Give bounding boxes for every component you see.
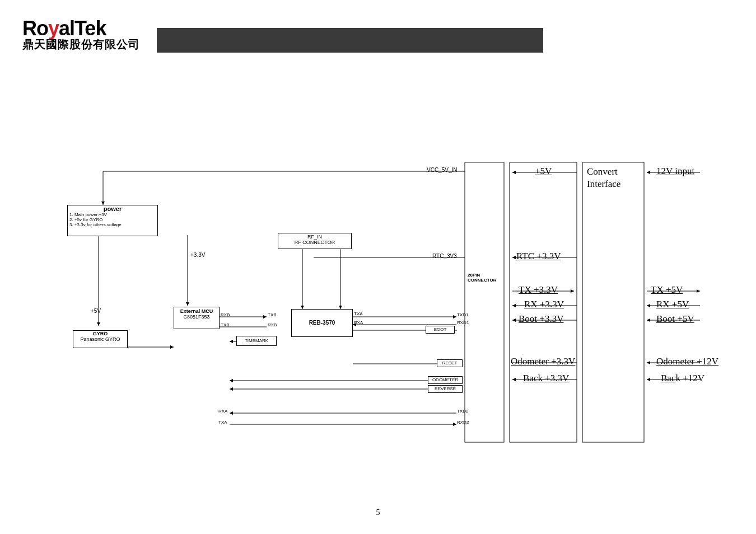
reb-block: REB-3570 (291, 309, 353, 337)
ext-odo12: Odometer +12V (656, 356, 718, 367)
lbl-txa2: TXA (218, 420, 227, 425)
lbl-rxb-r: RXB (268, 322, 277, 327)
logo-text-end: alTek (59, 17, 106, 40)
ext-mcu-sub: C8051F353 (174, 314, 219, 320)
power-line1: 1. Main power:+5V (68, 212, 157, 217)
ext-boot5v: Boot +5V (656, 313, 694, 325)
power-title: power (68, 205, 157, 212)
lbl-rtc3v3: RTC_3V3 (432, 253, 457, 259)
lbl-20pin: 20PIN CONNECTOR (468, 273, 496, 283)
block-diagram: power 1. Main power:+5V 2. +5v for GYRO … (56, 162, 717, 459)
lbl-boot: BOOT (426, 326, 455, 334)
lbl-txb-l: TXB (221, 322, 230, 327)
lbl-rxb-l: RXB (221, 312, 230, 317)
rf-line2: RF CONNECTOR (278, 240, 351, 245)
convert-label: Convert Interface (587, 166, 620, 190)
lbl-rxd1: RXD1 (457, 320, 469, 325)
lbl-txb-r: TXB (268, 312, 277, 317)
lbl-txd2: TXD2 (457, 409, 468, 414)
gyro-sub: Panasonic GYRO (73, 336, 127, 342)
conn-rx33: RX +3.3V (524, 299, 564, 310)
logo-text-y: y (48, 17, 59, 40)
gyro-title: GYRO (73, 331, 127, 336)
logo-text: Ro (22, 17, 48, 40)
conn-odo33: Odometer +3.3V (511, 356, 575, 367)
label-3v3: +3.3V (190, 252, 205, 258)
ext-rx5v: RX +5V (656, 299, 689, 310)
document-header: RoyalTek 鼎天國際股份有限公司 (22, 17, 734, 56)
rf-block: RF_IN RF CONNECTOR (278, 233, 352, 249)
rf-line1: RF_IN (278, 234, 351, 240)
convert-l1: Convert (587, 166, 620, 178)
conn-boot33: Boot +3.3V (519, 313, 563, 325)
lbl-20pin-l2: CONNECTOR (468, 278, 496, 283)
label-5v-left: +5V (91, 308, 101, 314)
lbl-txd1: TXD1 (457, 312, 468, 317)
conn-rtc33: RTC +3.3V (516, 251, 561, 262)
convert-l2: Interface (587, 178, 620, 190)
ext-tx5v: TX +5V (651, 284, 683, 296)
power-block: power 1. Main power:+5V 2. +5v for GYRO … (67, 205, 158, 236)
conn-odo33-text: Odometer +3.3V (511, 356, 575, 367)
ext-odo12-text: Odometer +12V (656, 356, 718, 367)
lbl-txa: TXA (354, 311, 363, 316)
power-line3: 3. +3.3v for others voltage (68, 222, 157, 227)
ext-mcu-title: External MCU (174, 308, 219, 314)
gyro-block: GYRO Panasonic GYRO (73, 330, 128, 348)
lbl-rxa: RXA (354, 320, 363, 325)
lbl-vcc5vin: VCC_5V_IN (427, 167, 457, 173)
lbl-rxa2: RXA (218, 409, 227, 414)
conn-5v: +5V (535, 166, 552, 177)
conn-back33: Back +3.3V (523, 373, 569, 384)
ext-12vin: 12V input (656, 166, 694, 177)
header-bar (157, 28, 543, 53)
timemark-block: TIMEMARK (236, 336, 277, 346)
conn-tx33: TX +3.3V (519, 284, 558, 296)
svg-rect-31 (582, 162, 644, 442)
page-number: 5 (376, 508, 380, 517)
lbl-rev: REVERSE (428, 385, 463, 393)
power-line2: 2. +5v for GYRO (68, 217, 157, 222)
logo-subtitle: 鼎天國際股份有限公司 (22, 37, 140, 52)
lbl-rxd2: RXD2 (457, 420, 469, 425)
svg-rect-29 (465, 162, 504, 442)
external-mcu-block: External MCU C8051F353 (174, 307, 220, 329)
logo: RoyalTek 鼎天國際股份有限公司 (22, 17, 140, 52)
ext-back12: Back +12V (661, 373, 704, 384)
lbl-odo: ODOMETER (428, 376, 463, 384)
lbl-reset: RESET (437, 359, 463, 367)
